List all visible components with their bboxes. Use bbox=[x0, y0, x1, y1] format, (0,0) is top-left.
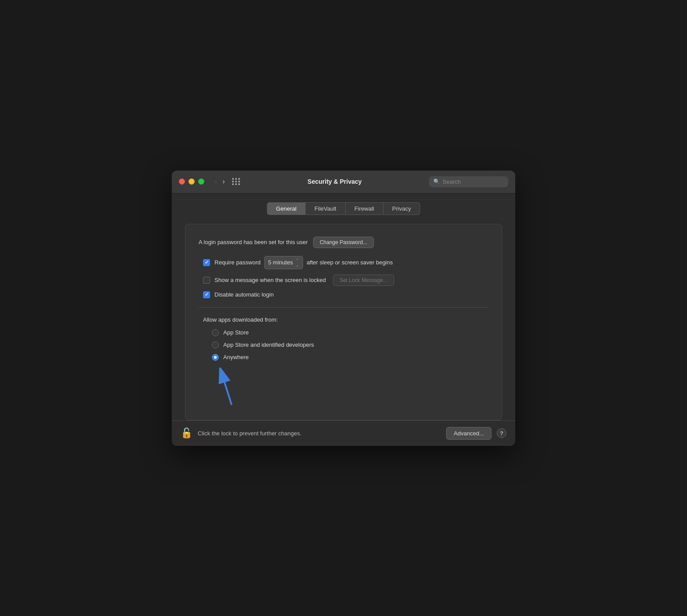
dropdown-chevron-icon: ⌃⌄ bbox=[295, 258, 299, 267]
search-bar[interactable]: 🔍 bbox=[429, 176, 508, 187]
disable-login-checkbox[interactable] bbox=[203, 291, 210, 298]
disable-login-label: Disable automatic login bbox=[214, 291, 273, 298]
titlebar: ‹ › Security & Privacy 🔍 bbox=[172, 171, 515, 193]
main-window: ‹ › Security & Privacy 🔍 G bbox=[172, 171, 515, 446]
grid-icon[interactable] bbox=[232, 178, 240, 185]
traffic-lights bbox=[179, 178, 204, 185]
show-message-row: Show a message when the screen is locked… bbox=[199, 275, 488, 286]
section-divider bbox=[199, 307, 488, 308]
dot bbox=[235, 181, 237, 182]
download-source-radio-group: App Store App Store and identified devel… bbox=[199, 329, 488, 361]
tab-filevault[interactable]: FileVault bbox=[306, 202, 346, 215]
radio-app-store-devs-label: App Store and identified developers bbox=[223, 341, 314, 348]
main-content: General FileVault Firewall Privacy A log… bbox=[172, 193, 515, 420]
radio-anywhere-row: Anywhere bbox=[212, 354, 488, 361]
radio-app-store-devs-row: App Store and identified developers bbox=[212, 341, 488, 349]
lock-icon[interactable]: 🔓 bbox=[181, 427, 192, 439]
radio-app-store-label: App Store bbox=[223, 329, 249, 336]
minimize-button[interactable] bbox=[188, 178, 195, 185]
apps-grid-icon bbox=[232, 178, 240, 185]
disable-login-row: Disable automatic login bbox=[199, 291, 488, 298]
help-button[interactable]: ? bbox=[497, 428, 506, 438]
dot bbox=[232, 181, 234, 182]
tab-firewall[interactable]: Firewall bbox=[346, 202, 384, 215]
radio-anywhere-label: Anywhere bbox=[223, 354, 249, 360]
dot bbox=[232, 183, 234, 185]
radio-app-store-row: App Store bbox=[212, 329, 488, 336]
annotation-arrow-container bbox=[199, 365, 488, 409]
window-title: Security & Privacy bbox=[246, 178, 424, 185]
change-password-button[interactable]: Change Password... bbox=[313, 237, 374, 248]
maximize-button[interactable] bbox=[198, 178, 204, 185]
nav-buttons: ‹ › bbox=[213, 177, 227, 186]
dropdown-value: 5 minutes bbox=[268, 259, 293, 266]
dot bbox=[238, 178, 240, 180]
search-icon: 🔍 bbox=[433, 178, 440, 185]
show-message-label: Show a message when the screen is locked bbox=[214, 277, 326, 283]
advanced-button[interactable]: Advanced... bbox=[446, 427, 491, 440]
lock-status-text: Click the lock to prevent further change… bbox=[198, 430, 441, 437]
set-lock-message-button[interactable]: Set Lock Message... bbox=[333, 275, 394, 286]
radio-app-store[interactable] bbox=[212, 329, 219, 336]
radio-app-store-devs[interactable] bbox=[212, 341, 219, 349]
radio-anywhere[interactable] bbox=[212, 354, 219, 361]
require-password-label-before: Require password bbox=[214, 259, 261, 266]
require-password-content: Require password 5 minutes ⌃⌄ after slee… bbox=[214, 256, 393, 269]
password-row: A login password has been set for this u… bbox=[199, 237, 488, 248]
require-password-row: Require password 5 minutes ⌃⌄ after slee… bbox=[199, 256, 488, 269]
password-status-label: A login password has been set for this u… bbox=[199, 239, 308, 245]
tab-bar: General FileVault Firewall Privacy bbox=[185, 202, 502, 215]
tab-privacy[interactable]: Privacy bbox=[384, 202, 421, 215]
forward-button[interactable]: › bbox=[221, 177, 226, 186]
dot bbox=[235, 183, 237, 185]
bottom-bar: 🔓 Click the lock to prevent further chan… bbox=[172, 420, 515, 446]
back-button[interactable]: ‹ bbox=[213, 177, 219, 186]
general-panel: A login password has been set for this u… bbox=[185, 224, 502, 420]
tab-general[interactable]: General bbox=[267, 202, 306, 215]
dot bbox=[238, 181, 240, 182]
search-input[interactable] bbox=[443, 178, 504, 185]
allow-apps-title: Allow apps downloaded from: bbox=[199, 316, 488, 323]
require-password-checkbox[interactable] bbox=[203, 259, 210, 266]
svg-line-1 bbox=[222, 374, 232, 405]
dot bbox=[232, 178, 234, 180]
require-password-label-after: after sleep or screen saver begins bbox=[307, 259, 393, 266]
dot bbox=[235, 178, 237, 180]
show-message-checkbox[interactable] bbox=[203, 277, 210, 284]
password-timeout-dropdown[interactable]: 5 minutes ⌃⌄ bbox=[264, 256, 303, 269]
close-button[interactable] bbox=[179, 178, 185, 185]
dot bbox=[238, 183, 240, 185]
blue-arrow-annotation bbox=[218, 367, 245, 407]
